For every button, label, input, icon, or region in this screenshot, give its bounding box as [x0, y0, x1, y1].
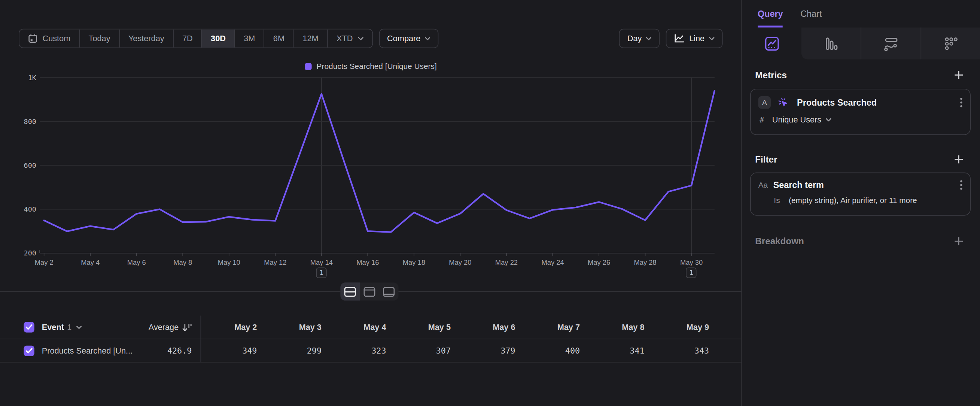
- flows-tab[interactable]: [861, 27, 921, 59]
- row-checkbox[interactable]: [24, 345, 34, 356]
- event-header-label[interactable]: Event: [42, 322, 64, 332]
- granularity-button[interactable]: Day: [619, 29, 660, 48]
- average-value: 426.9: [167, 346, 192, 355]
- sort-descending-icon: [182, 323, 192, 331]
- layout-table-button[interactable]: [379, 282, 399, 300]
- metric-name: Products Searched: [797, 97, 877, 107]
- layout-chart-button[interactable]: [360, 282, 379, 300]
- annotation-badge[interactable]: 1: [316, 267, 327, 278]
- select-all-checkbox[interactable]: [24, 322, 34, 332]
- filter-card[interactable]: Aa Search term Is (empty string), Air pu…: [750, 173, 970, 216]
- query-panel: Query Chart Metrics A: [741, 0, 980, 406]
- svg-text:May 2: May 2: [35, 258, 54, 266]
- table-cell: 307: [395, 346, 460, 355]
- range-7d-button[interactable]: 7D: [173, 29, 201, 47]
- layout-split-button[interactable]: [340, 282, 360, 300]
- aggregation-selector[interactable]: Unique Users: [772, 115, 821, 124]
- svg-text:May 10: May 10: [218, 258, 240, 266]
- kebab-icon: [960, 97, 963, 107]
- app-window: Custom Today Yesterday 7D 30D 3M 6M 12M …: [0, 0, 980, 406]
- average-header[interactable]: Average: [149, 322, 192, 332]
- tab-chart[interactable]: Chart: [800, 0, 822, 27]
- toolbar-right: Day Line: [619, 29, 722, 48]
- filter-menu-button[interactable]: [960, 180, 963, 190]
- table-cell: 341: [589, 346, 653, 355]
- plus-icon: [954, 236, 964, 247]
- svg-text:May 20: May 20: [449, 258, 471, 266]
- metric-menu-button[interactable]: [960, 97, 963, 107]
- flows-icon: [883, 36, 899, 51]
- annotation-badge[interactable]: 1: [686, 267, 697, 278]
- insights-line-icon: [764, 36, 780, 51]
- metric-letter-badge: A: [758, 96, 771, 108]
- plus-icon: [954, 154, 964, 164]
- insights-tab[interactable]: [742, 27, 802, 59]
- column-header[interactable]: May 3: [266, 322, 331, 332]
- svg-text:May 18: May 18: [403, 258, 425, 266]
- range-yesterday-button[interactable]: Yesterday: [119, 29, 173, 47]
- svg-text:1K: 1K: [28, 74, 36, 82]
- retention-tab[interactable]: [921, 27, 980, 59]
- range-xtd-button[interactable]: XTD: [327, 29, 372, 47]
- svg-text:May 22: May 22: [495, 258, 518, 266]
- compare-button[interactable]: Compare: [379, 29, 438, 48]
- filter-value[interactable]: (empty string), Air purifier, or 11 more: [789, 196, 917, 205]
- column-header[interactable]: May 5: [395, 322, 460, 332]
- range-30d-button[interactable]: 30D: [201, 29, 234, 47]
- svg-text:600: 600: [24, 161, 36, 169]
- table-view-icon: [383, 287, 395, 297]
- add-filter-button[interactable]: [954, 154, 964, 164]
- line-chart[interactable]: 2004006008001KMay 2May 4May 6May 8May 10…: [0, 59, 741, 291]
- range-today-button[interactable]: Today: [80, 29, 119, 47]
- filter-property-name: Search term: [773, 180, 824, 190]
- aggregation-type-icon: #: [759, 115, 764, 124]
- table-cell: 379: [459, 346, 524, 355]
- date-range-selector: Custom Today Yesterday 7D 30D 3M 6M 12M …: [19, 29, 373, 48]
- calendar-icon: [28, 34, 37, 43]
- metric-card[interactable]: A Products Searched # Unique Users: [750, 89, 970, 135]
- range-custom-button[interactable]: Custom: [19, 29, 80, 47]
- series-name: Products Searched [Un...: [42, 346, 132, 355]
- column-header[interactable]: May 9: [653, 322, 718, 332]
- chart-style-button[interactable]: Line: [666, 29, 722, 48]
- kebab-icon: [960, 180, 963, 190]
- filter-section-header: Filter: [755, 154, 964, 164]
- chevron-down-icon: [709, 37, 714, 40]
- column-header[interactable]: May 2: [201, 322, 266, 332]
- range-12m-button[interactable]: 12M: [293, 29, 327, 47]
- table-header-left: Event 1 Average: [0, 316, 201, 339]
- table-header-row: Event 1 Average May 2 May 3 May 4 May 5 …: [0, 316, 741, 339]
- tab-query[interactable]: Query: [758, 0, 783, 27]
- chart-view-icon: [363, 287, 375, 297]
- column-header[interactable]: May 4: [330, 322, 395, 332]
- filter-operator[interactable]: Is: [774, 196, 780, 205]
- svg-text:May 26: May 26: [588, 258, 610, 266]
- column-header[interactable]: May 6: [459, 322, 524, 332]
- event-cursor-icon: [778, 97, 789, 108]
- svg-text:400: 400: [24, 205, 36, 213]
- add-breakdown-button[interactable]: [954, 236, 964, 247]
- range-6m-button[interactable]: 6M: [264, 29, 293, 47]
- metrics-section-header: Metrics: [755, 70, 964, 80]
- column-header[interactable]: May 7: [524, 322, 589, 332]
- table-cell: 400: [524, 346, 589, 355]
- table-cell: 299: [266, 346, 331, 355]
- layout-toggle-group: [340, 282, 398, 300]
- toolbar: Custom Today Yesterday 7D 30D 3M 6M 12M …: [19, 29, 722, 48]
- svg-text:May 8: May 8: [173, 258, 192, 266]
- metrics-heading: Metrics: [755, 70, 787, 80]
- svg-text:May 12: May 12: [264, 258, 286, 266]
- chevron-down-icon[interactable]: [826, 118, 831, 122]
- chevron-down-icon[interactable]: [76, 325, 82, 329]
- report-type-selector: [742, 27, 980, 59]
- svg-text:May 6: May 6: [127, 258, 146, 266]
- svg-text:May 16: May 16: [356, 258, 379, 266]
- funnels-tab[interactable]: [802, 27, 861, 59]
- svg-text:200: 200: [24, 249, 36, 257]
- chevron-down-icon: [425, 37, 431, 40]
- funnel-bars-icon: [824, 36, 838, 51]
- add-metric-button[interactable]: [954, 70, 964, 80]
- column-header[interactable]: May 8: [589, 322, 653, 332]
- range-3m-button[interactable]: 3M: [234, 29, 264, 47]
- event-count: 1: [67, 322, 72, 332]
